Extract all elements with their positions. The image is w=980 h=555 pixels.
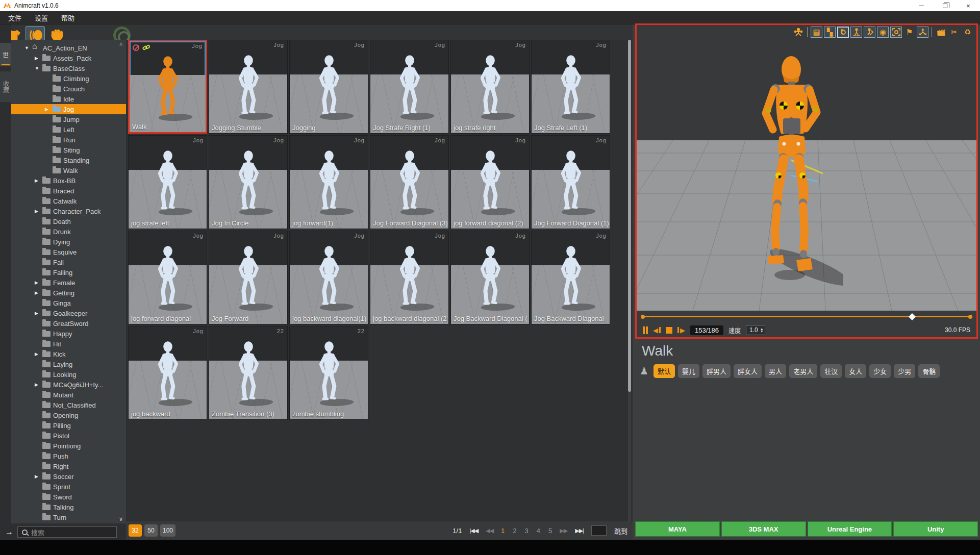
tree-item[interactable]: Character_Pack	[11, 206, 126, 216]
variant-button[interactable]: 胖女人	[734, 364, 762, 378]
tree-item[interactable]: Kick	[11, 349, 126, 359]
variant-button[interactable]: 默认	[654, 364, 675, 378]
tree-search-input[interactable]: 搜索	[17, 526, 117, 538]
tree-item[interactable]: Female	[11, 278, 126, 288]
tree-item[interactable]: Catwalk	[11, 196, 126, 206]
animation-thumbnail[interactable]: Jog Jog Strafe Right (1)	[370, 40, 449, 134]
tree-item[interactable]: Fall	[11, 257, 126, 267]
expand-arrow-icon[interactable]	[35, 280, 40, 285]
restore-button[interactable]	[933, 0, 957, 11]
tree-item[interactable]: Opening	[11, 410, 126, 420]
timeline-playhead[interactable]	[909, 313, 916, 320]
next-page-button[interactable]: ▶▶	[560, 527, 567, 534]
expand-arrow-icon[interactable]	[35, 474, 40, 479]
expand-arrow-icon[interactable]	[35, 66, 40, 71]
film-cut-icon[interactable]: ✂	[948, 27, 960, 38]
expand-arrow-icon[interactable]	[35, 382, 40, 387]
axis-icon[interactable]	[917, 27, 928, 38]
tree-item[interactable]: Braced	[11, 186, 126, 196]
tab-library[interactable]: 世	[0, 43, 11, 66]
animation-thumbnail[interactable]: Jog Jog Forward Diagonal (1)	[531, 135, 610, 229]
timeline-track[interactable]	[643, 316, 970, 317]
tree-item[interactable]: Pointiong	[11, 441, 126, 451]
tree-item[interactable]: Goalkeeper	[11, 308, 126, 318]
tree-item[interactable]: Climbing	[11, 73, 126, 84]
expand-arrow-icon[interactable]	[35, 290, 40, 295]
page-number[interactable]: 1	[501, 527, 505, 535]
animation-thumbnail[interactable]: Jog Jog Backward Diagonal	[531, 231, 610, 324]
tree-item[interactable]: AC_Action_EN	[11, 43, 126, 53]
tree-item[interactable]: Getting	[11, 288, 126, 298]
animation-thumbnail[interactable]: Jog Jogging Stumble	[209, 40, 288, 134]
foot-contact-icon[interactable]	[837, 27, 849, 38]
tree-item[interactable]: Laying	[11, 359, 126, 369]
animation-thumbnail[interactable]: Jog jog strafe right	[450, 40, 530, 134]
menu-item[interactable]: 帮助	[59, 12, 77, 23]
tree-item[interactable]: Drunk	[11, 226, 126, 237]
tree-item[interactable]: Soccer	[11, 471, 126, 482]
3d-viewport[interactable]: ▦ ▚ ◉ ⚑	[635, 23, 978, 339]
tree-item[interactable]: Talking	[11, 502, 126, 512]
expand-arrow-icon[interactable]	[35, 311, 40, 316]
tree-item[interactable]: Looking	[11, 369, 126, 380]
variant-button[interactable]: 胖男人	[702, 364, 731, 378]
walk-preview-icon[interactable]	[864, 27, 875, 38]
tree-item[interactable]: BaseClass	[11, 63, 126, 73]
animation-thumbnail[interactable]: Jog jog strafe left	[128, 135, 207, 229]
tree-item[interactable]: Left	[11, 124, 126, 135]
tree-item[interactable]: Assets_Pack	[11, 53, 126, 63]
timeline[interactable]	[637, 311, 976, 323]
speed-spinner[interactable]: 1.0 ▲▼	[746, 325, 765, 335]
tree-item[interactable]: Sword	[11, 492, 126, 502]
animation-thumbnail[interactable]: Jog Jog In Circle	[209, 135, 288, 229]
page-number[interactable]: 3	[525, 527, 529, 535]
variant-button[interactable]: 婴儿	[678, 364, 699, 378]
page-number[interactable]: 2	[513, 527, 516, 535]
tree-item[interactable]: MCaQg6iJH+ty...	[11, 380, 126, 390]
tree-item[interactable]: Not_Classified	[11, 400, 126, 410]
tree-item[interactable]: Pilling	[11, 420, 126, 431]
animation-thumbnail[interactable]: Jog jog forward(1)	[289, 135, 368, 229]
tree-scroll-down-icon[interactable]: ∨	[119, 516, 123, 522]
minimize-button[interactable]	[910, 0, 933, 11]
tree-item[interactable]: Death	[11, 216, 126, 226]
page-size-button[interactable]: 50	[144, 524, 158, 537]
tree-item[interactable]: Box-BB	[11, 175, 126, 186]
expand-arrow-icon[interactable]	[35, 351, 40, 357]
page-size-button[interactable]: 100	[160, 524, 175, 537]
step-back-button[interactable]: ◀	[653, 327, 661, 334]
expand-arrow-icon[interactable]	[45, 107, 50, 112]
animation-thumbnail[interactable]: Jog jog backward diagonal(1)	[289, 231, 368, 324]
expand-arrow-icon[interactable]	[24, 45, 30, 51]
tree-item[interactable]: Jump	[11, 114, 126, 124]
animation-thumbnail[interactable]: Jog Jog Backward Diagonal (1)	[450, 231, 530, 324]
animation-thumbnail[interactable]: Jog jog backward diagonal (2)	[370, 231, 449, 324]
viewport-canvas[interactable]: ▦ ▚ ◉ ⚑	[637, 25, 976, 311]
variant-button[interactable]: 男人	[765, 364, 786, 378]
tree-item[interactable]: Jog	[11, 104, 126, 114]
export-button[interactable]: 3DS MAX	[721, 521, 806, 537]
menu-item[interactable]: 文件	[6, 12, 23, 23]
export-button[interactable]: Unity	[893, 521, 978, 537]
expand-arrow-icon[interactable]	[35, 178, 40, 183]
export-button[interactable]: Unreal Engine	[808, 521, 892, 537]
animation-thumbnail[interactable]: Jog Walk	[128, 40, 207, 134]
tree-item[interactable]: Dying	[11, 237, 126, 247]
tree-item[interactable]: Walk	[11, 165, 126, 175]
variant-button[interactable]: 老男人	[789, 364, 817, 378]
tree-item[interactable]: GreatSword	[11, 318, 126, 329]
turntable-icon[interactable]	[850, 27, 862, 38]
animation-thumbnail[interactable]: Jog jog backward	[128, 326, 207, 420]
tree-item[interactable]: Siting	[11, 145, 126, 155]
camera-frame-icon[interactable]	[890, 27, 902, 38]
animation-thumbnail[interactable]: Jog jog forward diagonal (2)	[450, 135, 530, 229]
speed-down-icon[interactable]: ▼	[760, 330, 764, 333]
variant-button[interactable]: 女人	[845, 364, 866, 378]
tree-item[interactable]: Turn	[11, 512, 126, 522]
jump-button[interactable]: 跳到	[614, 526, 627, 536]
animation-thumbnail[interactable]: Jog Jog Forward Diagonal (3)	[370, 135, 449, 229]
tree-item[interactable]: Mutant	[11, 390, 126, 400]
tree-item[interactable]: Happy	[11, 329, 126, 339]
collapse-arrow-icon[interactable]: →	[5, 527, 13, 537]
tree-item[interactable]: Sprint	[11, 482, 126, 492]
